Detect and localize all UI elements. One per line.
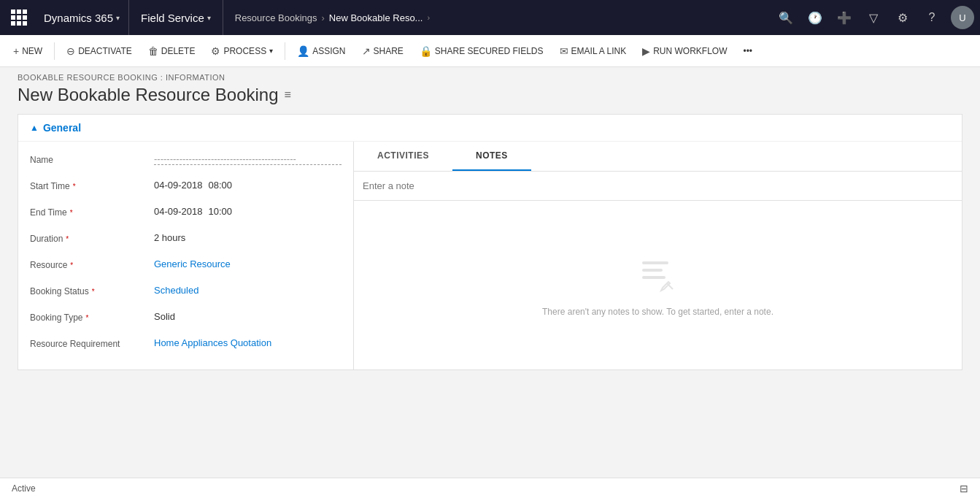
booking-status-label: Booking Status * [30,285,154,296]
brand-label: Dynamics 365 [44,12,113,24]
process-dropdown-icon: ▾ [269,47,273,55]
booking-status-field-row: Booking Status * Scheduled [30,279,342,305]
deactivate-button[interactable]: ⊖ DEACTIVATE [59,41,139,61]
form-breadcrumb: BOOKABLE RESOURCE BOOKING : INFORMATION [18,73,962,82]
resource-field-row: Resource * Generic Resource [30,253,342,279]
user-avatar[interactable]: U [951,6,974,29]
notes-input[interactable] [363,177,953,194]
breadcrumb-chevron-icon: › [427,13,430,22]
name-value[interactable]: ----------------------------------------… [154,153,342,165]
fields-panel: Name -----------------------------------… [18,142,354,369]
breadcrumb-current: New Bookable Reso... [329,12,423,23]
divider-2 [285,42,285,60]
deactivate-icon: ⊖ [66,45,75,57]
form-title-area: New Bookable Resource Booking ≡ [18,85,962,105]
end-time-label: End Time * [30,206,154,218]
delete-label: DELETE [161,46,196,56]
add-icon[interactable]: ➕ [831,4,857,31]
more-icon: ••• [743,46,752,56]
form-menu-icon[interactable]: ≡ [285,88,291,101]
name-field-row: Name -----------------------------------… [30,148,342,174]
resource-requirement-field-row: Resource Requirement Home Appliances Quo… [30,332,342,358]
resource-requirement-value[interactable]: Home Appliances Quotation [154,337,342,348]
email-link-button[interactable]: ✉ EMAIL A LINK [552,41,634,61]
assign-icon: 👤 [297,45,309,57]
new-label: NEW [22,46,42,56]
share-button[interactable]: ↗ SHARE [355,41,411,61]
resource-label: Resource * [30,258,154,270]
search-icon[interactable]: 🔍 [773,4,799,31]
assign-button[interactable]: 👤 ASSIGN [290,41,352,61]
module-link[interactable]: Field Service ▾ [129,0,223,35]
new-button[interactable]: + NEW [6,41,50,61]
notes-panel: ACTIVITIES NOTES There [354,142,962,369]
brand-chevron-icon: ▾ [116,14,120,22]
email-icon: ✉ [560,45,568,57]
notes-input-area [354,172,962,201]
filter-icon[interactable]: ▽ [860,4,887,31]
breadcrumb-resource-bookings[interactable]: Resource Bookings [235,12,317,23]
notes-empty-text: There aren't any notes to show. To get s… [542,307,773,317]
name-label: Name [30,153,154,165]
tab-notes[interactable]: NOTES [452,142,531,171]
start-time-label: Start Time * [30,180,154,191]
form-header: BOOKABLE RESOURCE BOOKING : INFORMATION … [0,67,980,114]
start-time-time: 08:00 [209,180,233,191]
booking-type-label: Booking Type * [30,311,154,323]
duration-field-row: Duration * 2 hours [30,226,342,253]
nav-actions: 🔍 🕐 ➕ ▽ ⚙ ? U [773,4,974,31]
start-time-required-icon: * [73,183,76,191]
process-button[interactable]: ⚙ PROCESS ▾ [204,41,280,61]
start-time-value[interactable]: 04-09-2018 08:00 [154,180,342,191]
end-time-date: 04-09-2018 [154,206,203,217]
end-time-value[interactable]: 04-09-2018 10:00 [154,206,342,217]
section-header[interactable]: ▲ General [18,115,962,141]
settings-icon[interactable]: ⚙ [890,4,916,31]
divider-1 [54,42,55,60]
resource-requirement-label: Resource Requirement [30,337,154,349]
duration-value[interactable]: 2 hours [154,232,342,243]
section-title: General [43,122,81,134]
top-navigation: Dynamics 365 ▾ Field Service ▾ Resource … [0,0,980,35]
share-secured-button[interactable]: 🔒 SHARE SECURED FIELDS [412,41,551,61]
booking-status-required-icon: * [92,288,95,296]
delete-button[interactable]: 🗑 DELETE [141,41,203,61]
booking-type-value[interactable]: Solid [154,311,342,322]
tab-activities[interactable]: ACTIVITIES [354,142,452,171]
run-workflow-button[interactable]: ▶ RUN WORKFLOW [635,41,734,61]
duration-required-icon: * [66,235,69,243]
end-time-required-icon: * [70,209,73,217]
module-chevron-icon: ▾ [207,14,211,22]
brand-link[interactable]: Dynamics 365 ▾ [35,0,129,35]
breadcrumb-nav: Resource Bookings › New Bookable Reso...… [223,12,773,23]
booking-type-field-row: Booking Type * Solid [30,305,342,332]
module-label: Field Service [141,12,204,24]
help-icon[interactable]: ? [919,4,945,31]
breadcrumb-arrow-icon: › [321,12,324,23]
more-button[interactable]: ••• [736,42,760,61]
section-toggle-icon: ▲ [30,123,39,133]
apps-icon[interactable] [6,4,32,31]
booking-type-required-icon: * [86,314,89,322]
resource-required-icon: * [70,261,73,269]
run-workflow-label: RUN WORKFLOW [653,46,727,56]
section-body: Name -----------------------------------… [18,141,962,369]
start-time-field-row: Start Time * 04-09-2018 08:00 [30,174,342,200]
end-time-field-row: End Time * 04-09-2018 10:00 [30,200,342,226]
history-icon[interactable]: 🕐 [802,4,828,31]
start-time-date: 04-09-2018 [154,180,203,191]
delete-icon: 🗑 [148,45,158,57]
booking-status-value[interactable]: Scheduled [154,285,342,296]
main-content: ▲ General Name -------------------------… [0,114,980,382]
end-time-time: 10:00 [209,206,233,217]
share-icon: ↗ [362,45,371,57]
svg-rect-0 [642,261,668,264]
share-secured-label: SHARE SECURED FIELDS [435,46,544,56]
new-icon: + [13,45,19,57]
share-secured-icon: 🔒 [420,45,432,57]
svg-rect-2 [642,276,665,279]
command-bar: + NEW ⊖ DEACTIVATE 🗑 DELETE ⚙ PROCESS ▾ … [0,35,980,67]
workflow-icon: ▶ [642,45,650,57]
notes-empty-icon [636,254,680,298]
resource-value[interactable]: Generic Resource [154,258,342,269]
